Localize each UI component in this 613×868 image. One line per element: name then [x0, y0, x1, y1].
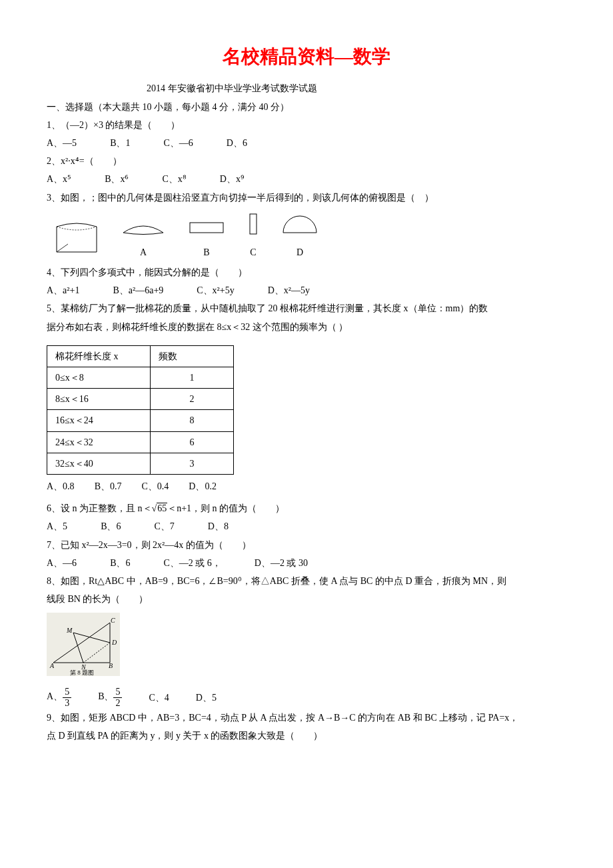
q8-opt-a: A、53	[47, 687, 71, 708]
q5-r2c1: 8≤x＜16	[47, 389, 151, 410]
q7-options: A、—6 B、6 C、—2 或 6， D、—2 或 30	[47, 555, 566, 571]
q5-opt-b: B、0.7	[95, 478, 122, 495]
q6-opt-c: C、7	[154, 518, 174, 535]
q9-text1: 9、如图，矩形 ABCD 中，AB=3，BC=4，动点 P 从 A 点出发，按 …	[47, 709, 566, 726]
svg-text:D: D	[111, 639, 117, 646]
q3-label-d: D	[280, 244, 320, 261]
q8-opt-d: D、5	[196, 689, 217, 706]
q8-opt-c: C、4	[149, 689, 169, 706]
q5-th1: 棉花纤维长度 x	[47, 345, 151, 367]
q5-r3c1: 16≤x＜24	[47, 410, 151, 431]
q9-text2: 点 D 到直线 PA 的距离为 y，则 y 关于 x 的函数图象大致是（ ）	[47, 727, 566, 744]
q1-opt-d: D、6	[227, 135, 247, 151]
q4-opt-d: D、x²—5y	[268, 282, 310, 299]
q3-fig-b: B	[187, 219, 227, 261]
q6-post: ＜n+1，则 n 的值为（ ）	[167, 503, 285, 513]
q6-options: A、5 B、6 C、7 D、8	[47, 518, 566, 535]
q8-figure: A B C M N D 第 8 题图	[47, 613, 566, 681]
q5-r5c1: 32≤x＜40	[47, 453, 151, 474]
q5-table: 棉花纤维长度 x 频数 0≤x＜81 8≤x＜162 16≤x＜248 24≤x…	[47, 345, 234, 475]
q5-opt-a: A、0.8	[47, 478, 75, 495]
q5-th2: 频数	[151, 345, 234, 367]
q5-text1: 5、某棉纺厂为了解一批棉花的质量，从中随机抽取了 20 根棉花纤维进行测量，其长…	[47, 300, 566, 317]
svg-text:B: B	[109, 662, 113, 669]
q7-text: 7、已知 x²—2x—3=0，则 2x²—4x 的值为（ ）	[47, 537, 566, 553]
svg-text:M: M	[66, 627, 73, 634]
q3-label-c: C	[247, 244, 260, 261]
q1-opt-c: C、—6	[163, 135, 193, 151]
q6-text: 6、设 n 为正整数，且 n＜√65＜n+1，则 n 的值为（ ）	[47, 500, 566, 517]
q7-opt-d: D、—2 或 30	[255, 555, 308, 571]
svg-line-0	[57, 244, 68, 252]
q1-opt-a: A、—5	[47, 135, 77, 151]
q6-opt-d: D、8	[208, 518, 229, 535]
q5-r1c1: 0≤x＜8	[47, 367, 151, 389]
q4-opt-c: C、x²+5y	[197, 282, 234, 299]
main-title: 名校精品资料—数学	[47, 40, 566, 73]
q4-opt-b: B、a²—6a+9	[113, 282, 163, 299]
q4-options: A、a²+1 B、a²—6a+9 C、x²+5y D、x²—5y	[47, 282, 566, 299]
svg-text:第 8 题图: 第 8 题图	[70, 669, 94, 676]
q5-opt-d: D、0.2	[189, 478, 217, 495]
q3-text: 3、如图，；图中的几何体是圆柱沿竖直方向切掉一半后得到的，则该几何体的俯视图是（…	[47, 189, 566, 206]
q3-label-b: B	[187, 244, 227, 261]
q3-fig-a: A	[120, 219, 167, 261]
q1-text: 1、（—2）×3 的结果是（ ）	[47, 117, 566, 133]
q2-opt-d: D、x⁹	[220, 171, 245, 187]
q4-text: 4、下列四个多项式中，能因式分解的是（ ）	[47, 264, 566, 281]
q6-opt-a: A、5	[47, 518, 67, 535]
q7-opt-c: C、—2 或 6，	[163, 555, 221, 571]
q8-options: A、53 B、52 C、4 D、5	[47, 687, 566, 708]
q3-fig-d: D	[280, 213, 320, 261]
q6-opt-b: B、6	[101, 518, 121, 535]
q3-label-a: A	[120, 244, 167, 261]
q2-options: A、x⁵ B、x⁶ C、x⁸ D、x⁹	[47, 171, 566, 187]
q5-r3c2: 8	[151, 410, 234, 431]
q5-r2c2: 2	[151, 389, 234, 410]
q5-r5c2: 3	[151, 453, 234, 474]
q5-r4c1: 24≤x＜32	[47, 431, 151, 453]
q5-text2: 据分布如右表，则棉花纤维长度的数据在 8≤x＜32 这个范围的频率为（ ）	[47, 319, 566, 335]
q5-r1c2: 1	[151, 367, 234, 389]
q1-options: A、—5 B、1 C、—6 D、6	[47, 135, 566, 151]
q8-text2: 线段 BN 的长为（ ）	[47, 591, 566, 607]
q7-opt-b: B、6	[110, 555, 130, 571]
q6-pre: 6、设 n 为正整数，且 n＜	[47, 503, 152, 513]
q2-opt-b: B、x⁶	[105, 171, 129, 187]
q4-opt-a: A、a²+1	[47, 282, 79, 299]
q2-opt-c: C、x⁸	[162, 171, 186, 187]
q2-text: 2、x²·x⁴=（ ）	[47, 153, 566, 169]
q3-fig-c: C	[247, 213, 260, 261]
q2-opt-a: A、x⁵	[47, 171, 71, 187]
svg-rect-2	[250, 214, 257, 234]
q8-opt-b: B、52	[98, 687, 122, 708]
q1-opt-b: B、1	[110, 135, 130, 151]
q5-options: A、0.8 B、0.7 C、0.4 D、0.2	[47, 478, 566, 495]
q5-r4c2: 6	[151, 431, 234, 453]
q3-figures: A B C D	[53, 213, 566, 261]
svg-rect-1	[190, 223, 223, 233]
q8-text1: 8、如图，Rt△ABC 中，AB=9，BC=6，∠B=90⁰，将△ABC 折叠，…	[47, 573, 566, 589]
q7-opt-a: A、—6	[47, 555, 77, 571]
svg-text:C: C	[111, 617, 115, 624]
section-heading: 一、选择题（本大题共 10 小题，每小题 4 分，满分 40 分）	[47, 99, 566, 115]
q5-opt-c: C、0.4	[141, 478, 169, 495]
svg-text:A: A	[49, 662, 55, 669]
q3-solid-icon	[53, 219, 100, 261]
sqrt-icon: √65	[152, 503, 168, 513]
q6-sqrt-val: 65	[157, 503, 167, 513]
sub-title: 2014 年安徽省初中毕业学业考试数学试题	[147, 80, 566, 97]
